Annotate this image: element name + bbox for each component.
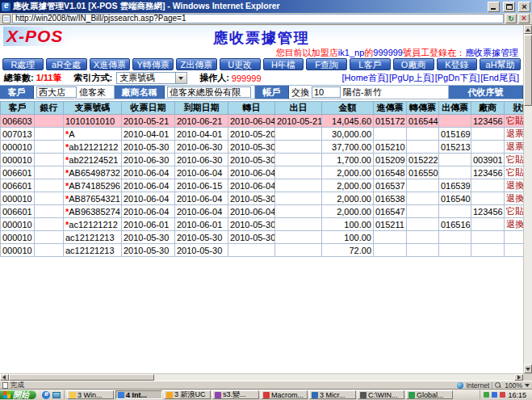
column-header[interactable]: 到期日期: [175, 102, 228, 115]
status-right-group: Internet 100%: [457, 381, 530, 389]
cell-out-date: 2010-05-21: [275, 115, 322, 128]
toolbar-button[interactable]: aH幫助: [480, 58, 521, 70]
cell-in-voucher: 016537: [374, 179, 407, 192]
toolbar-button[interactable]: K登錄: [437, 58, 478, 70]
column-header[interactable]: 狀態: [505, 102, 524, 115]
toolbar-button[interactable]: Y轉傳票: [132, 58, 174, 70]
column-header[interactable]: 出日: [275, 102, 322, 115]
column-header[interactable]: 轉傳票: [407, 102, 439, 115]
table-row[interactable]: 007013 *A 2010-04-01 2010-04-01 2010-05-…: [1, 128, 524, 141]
taskbar-button[interactable]: C:\WIN...: [358, 390, 404, 399]
table-row[interactable]: 000010 *ac12121212 2010-06-01 2010-06-01…: [1, 218, 524, 231]
column-header[interactable]: 進傳票: [374, 102, 407, 115]
check-number: ab12121212: [69, 142, 118, 152]
login-suffix: 號員工登錄在：: [403, 48, 465, 57]
maximize-button[interactable]: [503, 2, 515, 12]
taskbar-button[interactable]: Global...: [406, 390, 453, 399]
taskbar-button[interactable]: 3 Micr...: [309, 390, 356, 399]
table-row[interactable]: 000010 ac12121213 2010-05-30 2010-05-30 …: [1, 244, 524, 257]
ie-quicklaunch-icon[interactable]: [42, 391, 50, 399]
filter-bar: 客戶 西大店 億客來 廠商名稱 億客來總股份有限 帳戶 交換 10 陽信-新竹 …: [0, 85, 523, 99]
table-row[interactable]: 000010 ac12121213 2010-05-30 2010-05-30 …: [1, 231, 524, 244]
cell-bank: [35, 218, 64, 231]
taskbar-button[interactable]: Macrom...: [261, 390, 308, 399]
toolbar-button[interactable]: X進傳票: [90, 58, 131, 70]
toolbar-button[interactable]: aR全處: [46, 58, 87, 70]
scroll-right-icon[interactable]: [514, 374, 523, 381]
toolbar-button[interactable]: H年檔: [263, 58, 304, 70]
exchange-no-input[interactable]: 10: [312, 86, 341, 98]
scroll-down-icon[interactable]: [524, 364, 532, 373]
window-title: 應收票據管理V1.01 [X-POS 雲端商務網] - Windows Inte…: [13, 1, 484, 12]
toolbar-button[interactable]: Z出傳票: [176, 58, 217, 70]
toolbar-button[interactable]: U更改: [220, 58, 261, 70]
pagination-link[interactable]: [Home首頁]: [342, 72, 388, 84]
column-header[interactable]: 客戶: [1, 102, 35, 115]
cell-due-date: 2010-06-21: [175, 115, 228, 128]
cell-transfer-date: 2010-05-30: [228, 192, 275, 205]
zoom-level[interactable]: 100%: [505, 381, 522, 389]
table-row[interactable]: 006603 1010101010 2010-05-21 2010-06-21 …: [1, 115, 524, 128]
tray-icon[interactable]: [484, 392, 489, 398]
horizontal-scrollbar[interactable]: [0, 373, 532, 381]
toolbar-button[interactable]: O廠商: [393, 58, 434, 70]
cell-receive-date: 2010-06-04: [122, 166, 175, 179]
horizontal-scroll-track[interactable]: [154, 374, 514, 381]
toolbar-button[interactable]: F查詢: [306, 58, 347, 70]
refresh-icon[interactable]: [505, 14, 517, 23]
cell-customer: 006601: [1, 166, 35, 179]
vertical-scroll-thumb[interactable]: [524, 35, 532, 106]
show-desktop-icon[interactable]: [52, 392, 61, 398]
cell-bank: [35, 115, 64, 128]
taskbar-button[interactable]: 4 Int...: [115, 390, 162, 399]
cell-check-number: *AB87654321: [64, 192, 122, 205]
table-row[interactable]: 006601 *AB96385274 2010-06-04 2010-06-04…: [1, 205, 524, 218]
toolbar-button[interactable]: L客戶: [350, 58, 391, 70]
table-row[interactable]: 000010 *ab12121212 2010-05-30 2010-06-30…: [1, 141, 524, 154]
title-bar: 應收票據管理V1.01 [X-POS 雲端商務網] - Windows Inte…: [0, 0, 532, 13]
taskbar-button[interactable]: 3 新浪UC: [164, 390, 211, 399]
cell-due-date: 2010-06-04: [175, 166, 228, 179]
column-header[interactable]: 廠商: [471, 102, 505, 115]
column-header[interactable]: 收票日期: [122, 102, 175, 115]
scroll-left-icon[interactable]: [0, 374, 9, 381]
vendor-name-input[interactable]: 億客來總股份有限: [167, 86, 251, 98]
pagination-link[interactable]: [PgUp上頁]: [389, 72, 434, 84]
tray-icon[interactable]: [500, 392, 505, 398]
pagination-link[interactable]: [PgDn下頁]: [435, 72, 480, 84]
cell-transfer-voucher: 016550: [407, 166, 439, 179]
toolbar-button[interactable]: R處理: [2, 58, 44, 70]
close-button[interactable]: [518, 2, 530, 12]
scroll-up-icon[interactable]: [524, 25, 532, 34]
customer-code-input[interactable]: 西大店: [36, 86, 77, 98]
column-header[interactable]: 出傳票: [439, 102, 471, 115]
vertical-scrollbar[interactable]: [523, 25, 532, 373]
check-number: AB65498732: [69, 168, 120, 178]
column-header[interactable]: 金額: [322, 102, 374, 115]
taskbar-button-label: 4 Int...: [126, 391, 147, 399]
cell-out-date: [275, 231, 322, 244]
tray-icon[interactable]: [492, 392, 497, 398]
start-button[interactable]: 開始: [0, 390, 36, 399]
taskbar: 開始 3 Win... 4 Int... 3 新浪UC s3.變...: [0, 389, 532, 400]
table-row[interactable]: 006601 *AB74185296 2010-06-04 2010-06-15…: [1, 179, 524, 192]
vertical-scroll-track[interactable]: [524, 106, 532, 364]
table-row[interactable]: 000010 *AB87654321 2010-06-04 2010-06-04…: [1, 192, 524, 205]
taskbar-button[interactable]: 3 Win...: [67, 390, 114, 399]
stop-icon[interactable]: [518, 14, 530, 23]
column-header[interactable]: 轉日: [228, 102, 275, 115]
app-icon: [408, 392, 415, 398]
app-icon: [166, 392, 173, 398]
index-mode-select[interactable]: 支票號碼: [116, 72, 187, 84]
url-field[interactable]: http://win2008/tw/IN_Bill/pjssearch.asp?…: [12, 14, 504, 23]
table-row[interactable]: 000010 *ab22124521 2010-06-30 2010-06-30…: [1, 154, 524, 166]
minimize-button[interactable]: [488, 2, 500, 12]
scrollbar-corner: [523, 374, 532, 381]
taskbar-button[interactable]: s3.變...: [212, 390, 259, 399]
column-header[interactable]: 銀行: [35, 102, 64, 115]
pagination-link[interactable]: [End尾頁]: [480, 72, 519, 84]
minimize-icon: [491, 8, 496, 10]
table-row[interactable]: 006601 *AB65498732 2010-06-04 2010-06-04…: [1, 166, 524, 179]
horizontal-scroll-thumb[interactable]: [9, 374, 154, 381]
column-header[interactable]: 支票號碼: [64, 102, 122, 115]
